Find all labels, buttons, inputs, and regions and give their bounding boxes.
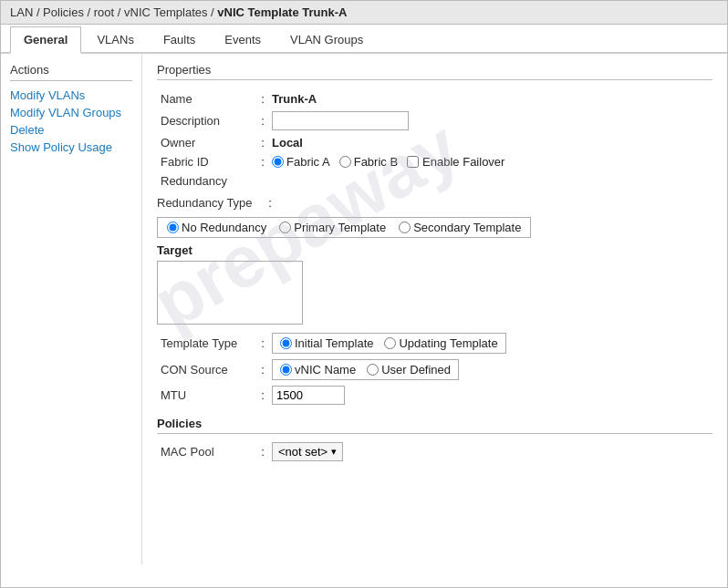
sidebar-link-modify-vlan-groups[interactable]: Modify VLAN Groups (10, 106, 132, 119)
enable-failover-checkbox[interactable] (407, 156, 419, 168)
name-colon: : (257, 89, 268, 108)
redundancy-label: Redundancy (157, 171, 257, 191)
redundancy-type-options: No Redundancy Primary Template Secondary… (157, 217, 531, 238)
con-source-cell: vNIC Name User Defined (268, 356, 712, 383)
template-type-colon: : (257, 330, 268, 356)
description-colon: : (257, 108, 268, 133)
initial-template-label: Initial Template (295, 336, 373, 350)
redundancy-type-colon: : (265, 196, 276, 210)
primary-template-option[interactable]: Primary Template (279, 221, 386, 234)
fabric-id-label: Fabric ID (157, 152, 257, 171)
tabs-bar: General VLANs Faults Events VLAN Groups (1, 26, 727, 54)
name-value-cell: Trunk-A (268, 89, 712, 108)
vnic-name-radio[interactable] (280, 364, 292, 376)
tab-vlans[interactable]: VLANs (83, 26, 147, 52)
user-defined-option[interactable]: User Defined (367, 363, 451, 377)
owner-value-cell: Local (268, 133, 712, 152)
owner-value: Local (272, 136, 303, 150)
mtu-label: MTU (157, 383, 257, 407)
name-value: Trunk-A (272, 92, 317, 106)
mac-pool-dropdown[interactable]: <not set> (272, 442, 343, 461)
fabric-a-option[interactable]: Fabric A (272, 155, 330, 169)
secondary-template-option[interactable]: Secondary Template (399, 221, 521, 234)
fabric-b-radio[interactable] (339, 156, 351, 168)
fabric-b-option[interactable]: Fabric B (339, 155, 398, 169)
sidebar-link-delete[interactable]: Delete (10, 123, 132, 137)
mtu-colon: : (257, 383, 268, 407)
mac-pool-colon: : (257, 439, 268, 464)
fabric-b-label: Fabric B (354, 155, 398, 169)
tab-events[interactable]: Events (211, 26, 275, 52)
user-defined-label: User Defined (381, 363, 451, 377)
sidebar: Actions Modify VLANs Modify VLAN Groups … (1, 54, 142, 564)
redundancy-type-label: Redundancy Type (157, 196, 257, 210)
lower-properties-table: Template Type : Initial Template Updatin… (157, 330, 712, 407)
no-redundancy-option[interactable]: No Redundancy (167, 221, 266, 234)
fabric-id-cell: Fabric A Fabric B Enable Failover (268, 152, 712, 171)
initial-template-radio[interactable] (280, 337, 292, 349)
template-type-label: Template Type (157, 330, 257, 356)
vnic-name-option[interactable]: vNIC Name (280, 363, 356, 377)
secondary-template-label: Secondary Template (413, 221, 521, 234)
con-source-colon: : (257, 356, 268, 383)
vnic-name-label: vNIC Name (295, 363, 356, 377)
main-layout: Actions Modify VLANs Modify VLAN Groups … (1, 54, 727, 564)
user-defined-radio[interactable] (367, 364, 379, 376)
redundancy-type-section: Redundancy Type : No Redundancy Primary … (157, 196, 712, 238)
tab-vlan-groups[interactable]: VLAN Groups (276, 26, 377, 52)
description-input[interactable] (272, 111, 409, 130)
fabric-id-colon: : (257, 152, 268, 171)
actions-title: Actions (10, 63, 132, 81)
breadcrumb: LAN / Policies / root / vNIC Templates /… (1, 1, 727, 25)
enable-failover-option[interactable]: Enable Failover (407, 155, 504, 169)
updating-template-radio[interactable] (384, 337, 396, 349)
content-area: Properties Name : Trunk-A Description : (142, 54, 727, 564)
sidebar-link-show-policy-usage[interactable]: Show Policy Usage (10, 140, 132, 154)
name-label: Name (157, 89, 257, 108)
target-label: Target (157, 243, 712, 257)
policies-title: Policies (157, 417, 712, 434)
mtu-input[interactable] (272, 386, 345, 405)
owner-colon: : (257, 133, 268, 152)
tab-faults[interactable]: Faults (150, 26, 209, 52)
policies-table: MAC Pool : <not set> (157, 439, 712, 464)
tab-general[interactable]: General (10, 26, 81, 54)
primary-template-label: Primary Template (294, 221, 386, 234)
mac-pool-cell: <not set> (268, 439, 712, 464)
properties-title: Properties (157, 63, 712, 80)
redundancy-colon (257, 171, 268, 191)
fabric-a-radio[interactable] (272, 156, 284, 168)
no-redundancy-label: No Redundancy (182, 221, 266, 234)
enable-failover-label: Enable Failover (422, 155, 504, 169)
con-source-label: CON Source (157, 356, 257, 383)
policies-section: Policies MAC Pool : <not set> (157, 417, 712, 464)
updating-template-option[interactable]: Updating Template (384, 336, 497, 350)
initial-template-option[interactable]: Initial Template (280, 336, 373, 350)
redundancy-cell (268, 171, 712, 191)
updating-template-label: Updating Template (399, 336, 497, 350)
description-value-cell (268, 108, 712, 133)
description-label: Description (157, 108, 257, 133)
mtu-cell (268, 383, 712, 407)
no-redundancy-radio[interactable] (167, 222, 179, 233)
primary-template-radio[interactable] (279, 222, 291, 233)
target-section: Target (157, 243, 712, 325)
breadcrumb-path: LAN / Policies / root / vNIC Templates / (10, 5, 217, 19)
owner-label: Owner (157, 133, 257, 152)
fabric-a-label: Fabric A (286, 155, 330, 169)
mac-pool-label: MAC Pool (157, 439, 257, 464)
template-type-cell: Initial Template Updating Template (268, 330, 712, 356)
secondary-template-radio[interactable] (399, 222, 411, 233)
target-box (157, 261, 303, 325)
properties-table: Name : Trunk-A Description : Owner (157, 89, 712, 191)
sidebar-link-modify-vlans[interactable]: Modify VLANs (10, 88, 132, 102)
breadcrumb-current: vNIC Template Trunk-A (217, 5, 347, 19)
